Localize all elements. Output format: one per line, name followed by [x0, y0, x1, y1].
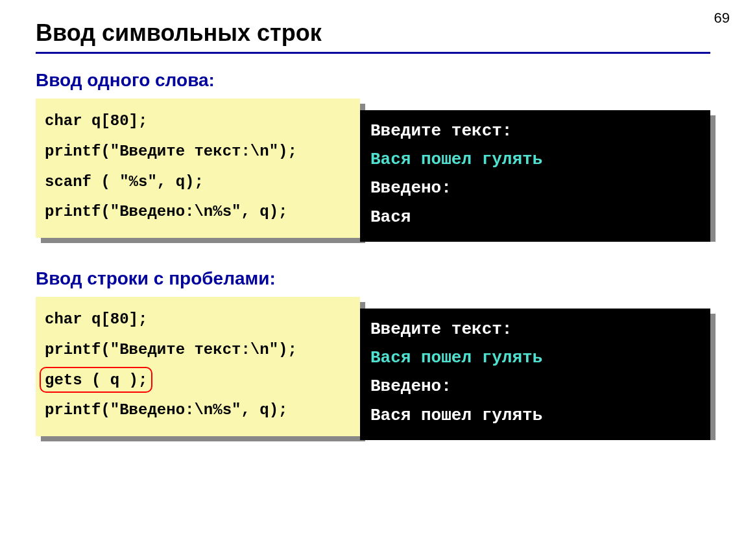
- section2-heading: Ввод строки с пробелами:: [36, 268, 710, 289]
- term-line: Вася пошел гулять: [370, 401, 700, 430]
- code-box-1: char q[80]; printf("Введите текст:\n"); …: [36, 99, 360, 238]
- code-line: printf("Введите текст:\n");: [45, 341, 297, 358]
- term-line: Введено:: [370, 372, 700, 401]
- terminal-box-1: Введите текст: Вася пошел гулять Введено…: [360, 110, 710, 242]
- term-line: Введено:: [370, 174, 700, 202]
- code-line: printf("Введено:\n%s", q);: [45, 401, 287, 419]
- section1-heading: Ввод одного слова:: [36, 70, 710, 91]
- code-box-2: char q[80]; printf("Введите текст:\n"); …: [36, 297, 360, 436]
- term-line: Вася: [370, 203, 700, 231]
- code-line: scanf ( "%s", q);: [45, 173, 204, 191]
- term-line-input: Вася пошел гулять: [370, 145, 700, 174]
- code-line: printf("Введите текст:\n");: [45, 143, 297, 160]
- code-line: char q[80];: [45, 112, 147, 130]
- code-line: char q[80];: [45, 310, 147, 328]
- term-line-input: Вася пошел гулять: [370, 344, 700, 372]
- term-line: Введите текст:: [370, 117, 700, 145]
- page-number: 69: [714, 10, 730, 27]
- code-line: printf("Введено:\n%s", q);: [45, 203, 287, 220]
- section2-block: char q[80]; printf("Введите текст:\n"); …: [36, 297, 710, 446]
- terminal-box-2: Введите текст: Вася пошел гулять Введено…: [360, 309, 710, 440]
- highlighted-code: gets ( q );: [45, 366, 147, 396]
- term-line: Введите текст:: [370, 315, 700, 344]
- section1-block: char q[80]; printf("Введите текст:\n"); …: [36, 99, 710, 248]
- title-rule: [36, 52, 710, 54]
- slide-title: Ввод символьных строк: [36, 19, 710, 47]
